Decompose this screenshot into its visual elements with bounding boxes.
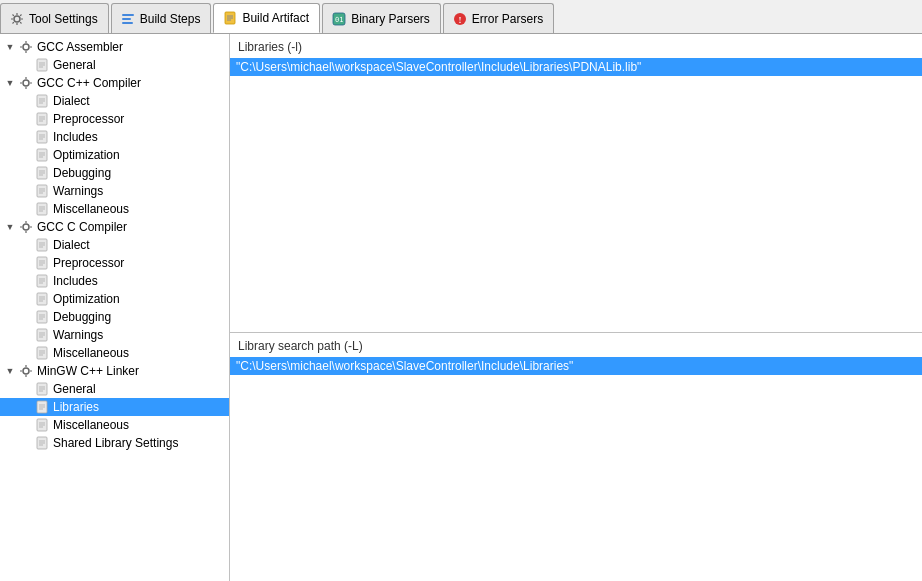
right-panel: Libraries (-l) "C:\Users\michael\workspa… <box>230 34 922 581</box>
gcc-c-optimization-icon <box>34 291 50 307</box>
tree-item-gcc-assembler[interactable]: GCC Assembler <box>0 38 229 56</box>
tree-item-gcc-cpp-debugging[interactable]: Debugging <box>0 164 229 182</box>
gcc-cpp-includes-icon <box>34 129 50 145</box>
gcc-c-warnings-icon <box>34 327 50 343</box>
library-search-section: Library search path (-L) "C:\Users\micha… <box>230 333 922 581</box>
tree-item-mingw-shared-library[interactable]: Shared Library Settings <box>0 434 229 452</box>
build-steps-icon <box>120 11 136 27</box>
tree-item-mingw-general[interactable]: General <box>0 380 229 398</box>
expand-gcc-assembler[interactable] <box>2 39 18 55</box>
gcc-cpp-label: GCC C++ Compiler <box>37 76 141 90</box>
gcc-cpp-preprocessor-icon <box>34 111 50 127</box>
svg-point-19 <box>23 224 29 230</box>
expand-gcc-cpp[interactable] <box>2 75 18 91</box>
tree-item-gcc-cpp-compiler[interactable]: GCC C++ Compiler <box>0 74 229 92</box>
mingw-miscellaneous-icon <box>34 417 50 433</box>
tab-build-steps-label: Build Steps <box>140 12 201 26</box>
tool-settings-icon <box>9 11 25 27</box>
error-parsers-icon: ! <box>452 11 468 27</box>
gcc-cpp-dialect-icon <box>34 93 50 109</box>
gcc-c-miscellaneous-label: Miscellaneous <box>53 346 129 360</box>
tab-build-artifact[interactable]: Build Artifact <box>213 3 320 33</box>
expand-mingw[interactable] <box>2 363 18 379</box>
main-content: GCC Assembler General GCC C++ Compiler <box>0 34 922 581</box>
gcc-c-dialect-label: Dialect <box>53 238 90 252</box>
tree-item-gcc-c-optimization[interactable]: Optimization <box>0 290 229 308</box>
tab-binary-parsers-label: Binary Parsers <box>351 12 430 26</box>
tab-tool-settings-label: Tool Settings <box>29 12 98 26</box>
tab-build-artifact-label: Build Artifact <box>242 11 309 25</box>
library-item-1-value: "C:\Users\michael\workspace\SlaveControl… <box>236 60 641 74</box>
mingw-shared-library-label: Shared Library Settings <box>53 436 178 450</box>
gcc-cpp-debugging-label: Debugging <box>53 166 111 180</box>
tab-binary-parsers[interactable]: 01 Binary Parsers <box>322 3 441 33</box>
tab-error-parsers-label: Error Parsers <box>472 12 543 26</box>
binary-parsers-icon: 01 <box>331 11 347 27</box>
mingw-general-label: General <box>53 382 96 396</box>
svg-point-9 <box>23 44 29 50</box>
gcc-cpp-warnings-icon <box>34 183 50 199</box>
mingw-icon <box>18 363 34 379</box>
tree-item-gcc-c-includes[interactable]: Includes <box>0 272 229 290</box>
expand-gcc-c[interactable] <box>2 219 18 235</box>
library-search-label: Library search path (-L) <box>230 333 922 357</box>
gcc-cpp-warnings-label: Warnings <box>53 184 103 198</box>
library-item-1[interactable]: "C:\Users\michael\workspace\SlaveControl… <box>230 58 922 76</box>
mingw-label: MinGW C++ Linker <box>37 364 139 378</box>
gcc-c-preprocessor-label: Preprocessor <box>53 256 124 270</box>
tree-item-gcc-cpp-miscellaneous[interactable]: Miscellaneous <box>0 200 229 218</box>
tree-item-gcc-c-debugging[interactable]: Debugging <box>0 308 229 326</box>
gcc-c-preprocessor-icon <box>34 255 50 271</box>
svg-rect-1 <box>122 14 134 16</box>
mingw-shared-library-icon <box>34 435 50 451</box>
svg-rect-2 <box>122 18 131 20</box>
gcc-c-miscellaneous-icon <box>34 345 50 361</box>
tree-item-gcc-c-preprocessor[interactable]: Preprocessor <box>0 254 229 272</box>
tab-tool-settings[interactable]: Tool Settings <box>0 3 109 33</box>
tree-item-mingw-cpp-linker[interactable]: MinGW C++ Linker <box>0 362 229 380</box>
gcc-cpp-optimization-icon <box>34 147 50 163</box>
tree-item-gcc-assembler-general[interactable]: General <box>0 56 229 74</box>
gcc-c-debugging-label: Debugging <box>53 310 111 324</box>
gcc-assembler-general-label: General <box>53 58 96 72</box>
build-artifact-icon <box>222 10 238 26</box>
tree-item-gcc-c-compiler[interactable]: GCC C Compiler <box>0 218 229 236</box>
gcc-c-icon <box>18 219 34 235</box>
gcc-cpp-miscellaneous-icon <box>34 201 50 217</box>
tree-panel: GCC Assembler General GCC C++ Compiler <box>0 34 230 581</box>
gcc-assembler-icon <box>18 39 34 55</box>
tree-item-gcc-cpp-warnings[interactable]: Warnings <box>0 182 229 200</box>
gcc-assembler-label: GCC Assembler <box>37 40 123 54</box>
tree-item-gcc-cpp-optimization[interactable]: Optimization <box>0 146 229 164</box>
gcc-cpp-icon <box>18 75 34 91</box>
tab-build-steps[interactable]: Build Steps <box>111 3 212 33</box>
gcc-cpp-includes-label: Includes <box>53 130 98 144</box>
libraries-section-label: Libraries (-l) <box>230 34 922 58</box>
gcc-c-warnings-label: Warnings <box>53 328 103 342</box>
tree-item-gcc-cpp-includes[interactable]: Includes <box>0 128 229 146</box>
tree-item-gcc-cpp-dialect[interactable]: Dialect <box>0 92 229 110</box>
tree-item-gcc-c-miscellaneous[interactable]: Miscellaneous <box>0 344 229 362</box>
tab-bar: Tool Settings Build Steps Build Artifact… <box>0 0 922 34</box>
tab-error-parsers[interactable]: ! Error Parsers <box>443 3 554 33</box>
svg-point-27 <box>23 368 29 374</box>
gcc-c-debugging-icon <box>34 309 50 325</box>
gcc-c-dialect-icon <box>34 237 50 253</box>
libraries-list[interactable]: "C:\Users\michael\workspace\SlaveControl… <box>230 58 922 332</box>
gcc-cpp-debugging-icon <box>34 165 50 181</box>
libraries-section: Libraries (-l) "C:\Users\michael\workspa… <box>230 34 922 333</box>
library-path-item-1-value: "C:\Users\michael\workspace\SlaveControl… <box>236 359 573 373</box>
library-path-item-1[interactable]: "C:\Users\michael\workspace\SlaveControl… <box>230 357 922 375</box>
svg-point-11 <box>23 80 29 86</box>
library-search-list[interactable]: "C:\Users\michael\workspace\SlaveControl… <box>230 357 922 581</box>
gcc-c-optimization-label: Optimization <box>53 292 120 306</box>
tree-item-mingw-miscellaneous[interactable]: Miscellaneous <box>0 416 229 434</box>
tree-item-gcc-c-warnings[interactable]: Warnings <box>0 326 229 344</box>
mingw-miscellaneous-label: Miscellaneous <box>53 418 129 432</box>
tree-item-mingw-libraries[interactable]: Libraries <box>0 398 229 416</box>
gcc-c-includes-label: Includes <box>53 274 98 288</box>
gcc-asm-general-icon <box>34 57 50 73</box>
tree-item-gcc-c-dialect[interactable]: Dialect <box>0 236 229 254</box>
svg-text:01: 01 <box>335 16 343 24</box>
tree-item-gcc-cpp-preprocessor[interactable]: Preprocessor <box>0 110 229 128</box>
